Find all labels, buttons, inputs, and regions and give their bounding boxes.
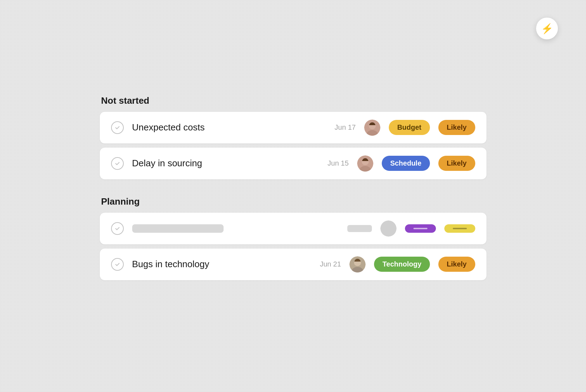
task-title: Bugs in technology <box>132 259 311 270</box>
tag-label: Budget <box>397 123 421 131</box>
section-label: Not started <box>101 95 487 106</box>
tag[interactable]: Schedule <box>382 156 430 171</box>
task-title: Delay in sourcing <box>132 158 319 169</box>
tag[interactable]: Likely <box>438 120 475 135</box>
task-date: Jun 15 <box>328 159 349 167</box>
task-date: Jun 21 <box>320 260 341 268</box>
bolt-icon: ⚡ <box>541 23 553 34</box>
tag[interactable]: Likely <box>438 156 475 171</box>
svg-point-8 <box>380 220 397 237</box>
tag-label: Likely <box>447 123 467 131</box>
title-placeholder <box>132 224 224 233</box>
section-planning: Planning Bugs in technologyJun 21 Techno… <box>100 196 487 280</box>
cards-group: Unexpected costsJun 17 BudgetLikely Dela… <box>100 112 487 179</box>
avatar <box>364 120 380 136</box>
tag-label: Technology <box>382 260 421 268</box>
check-icon[interactable] <box>111 258 124 271</box>
tag-label: Schedule <box>390 159 421 167</box>
section-not-started: Not started Unexpected costsJun 17 Budge… <box>100 95 487 179</box>
main-container: Not started Unexpected costsJun 17 Budge… <box>100 81 487 311</box>
task-card[interactable]: Delay in sourcingJun 15 ScheduleLikely <box>100 148 487 179</box>
check-icon[interactable] <box>111 222 124 235</box>
tag[interactable]: Likely <box>438 257 475 272</box>
section-label: Planning <box>101 196 487 207</box>
avatar <box>349 256 366 272</box>
check-icon[interactable] <box>111 121 124 134</box>
tag-label: Likely <box>447 159 467 167</box>
avatar <box>357 155 373 172</box>
tag-label: Likely <box>447 260 467 268</box>
tag[interactable]: Budget <box>389 120 430 135</box>
tag[interactable] <box>444 224 475 233</box>
cards-group: Bugs in technologyJun 21 TechnologyLikel… <box>100 213 487 280</box>
date-placeholder <box>347 225 372 232</box>
tag[interactable] <box>405 224 436 233</box>
check-icon[interactable] <box>111 157 124 170</box>
task-card[interactable] <box>100 213 487 244</box>
tag[interactable]: Technology <box>374 257 430 272</box>
fab-button[interactable]: ⚡ <box>536 18 558 39</box>
task-date: Jun 17 <box>335 123 356 131</box>
task-card[interactable]: Bugs in technologyJun 21 TechnologyLikel… <box>100 249 487 280</box>
task-card[interactable]: Unexpected costsJun 17 BudgetLikely <box>100 112 487 143</box>
task-title: Unexpected costs <box>132 122 326 133</box>
avatar <box>380 220 397 237</box>
